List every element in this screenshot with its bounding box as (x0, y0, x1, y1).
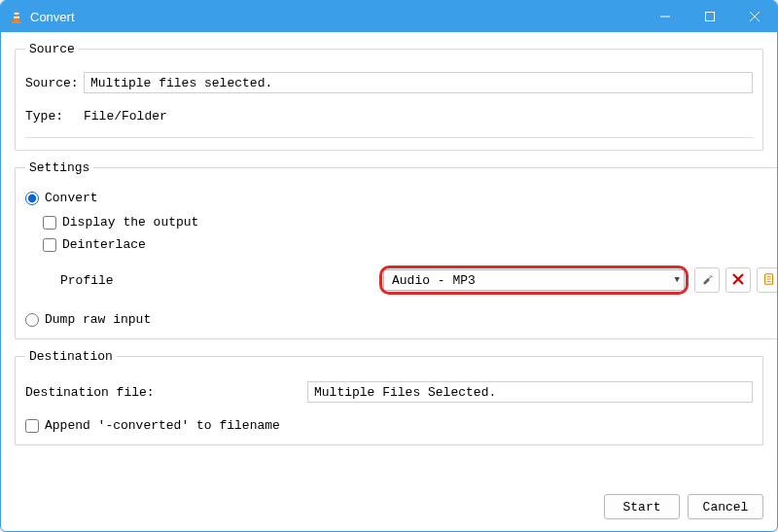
profile-dropdown-value: Audio - MP3 (392, 273, 675, 288)
minimize-button[interactable] (643, 1, 688, 32)
source-divider (25, 137, 753, 138)
source-legend: Source (25, 42, 79, 56)
profile-dropdown[interactable]: Audio - MP3 ▼ (383, 269, 685, 291)
destination-file-input[interactable] (307, 381, 753, 403)
type-value: File/Folder (84, 109, 167, 124)
new-profile-button[interactable] (757, 267, 778, 293)
convert-radio[interactable]: Convert (25, 191, 778, 205)
deinterlace-checkbox[interactable]: Deinterlace (43, 237, 778, 252)
delete-profile-button[interactable] (725, 267, 751, 293)
settings-legend: Settings (25, 160, 93, 175)
display-output-checkbox[interactable]: Display the output (43, 215, 778, 230)
svg-rect-2 (14, 17, 19, 18)
source-input[interactable] (84, 72, 753, 93)
convert-radio-input[interactable] (25, 192, 39, 205)
append-converted-checkbox[interactable]: Append '-converted' to filename (25, 418, 753, 433)
convert-window: Convert Source Source: Type: File/Folder… (0, 0, 778, 532)
edit-profile-button[interactable] (694, 267, 720, 293)
titlebar: Convert (1, 1, 777, 32)
settings-group: Settings Convert Display the output Dein… (15, 160, 778, 339)
dump-raw-radio[interactable]: Dump raw input (25, 312, 778, 327)
svg-rect-1 (15, 13, 19, 15)
maximize-button[interactable] (688, 1, 732, 32)
window-title: Convert (30, 10, 643, 24)
svg-rect-3 (12, 21, 21, 23)
display-output-label: Display the output (62, 215, 198, 230)
deinterlace-label: Deinterlace (62, 237, 146, 252)
x-delete-icon (732, 273, 744, 288)
display-output-checkbox-input[interactable] (43, 216, 56, 230)
start-button[interactable]: Start (604, 494, 680, 519)
document-new-icon (762, 272, 776, 289)
destination-file-label: Destination file: (25, 385, 307, 400)
svg-marker-0 (14, 10, 19, 21)
append-converted-label: Append '-converted' to filename (45, 418, 280, 433)
convert-radio-label: Convert (45, 191, 98, 205)
type-label: Type: (25, 109, 84, 124)
footer: Start Cancel (1, 486, 777, 531)
append-converted-checkbox-input[interactable] (25, 419, 39, 433)
deinterlace-checkbox-input[interactable] (43, 238, 56, 252)
destination-legend: Destination (25, 349, 117, 364)
dump-raw-label: Dump raw input (45, 312, 151, 327)
cancel-button[interactable]: Cancel (688, 494, 763, 519)
profile-dropdown-highlight: Audio - MP3 ▼ (379, 266, 689, 295)
destination-group: Destination Destination file: Append '-c… (15, 349, 763, 445)
dump-raw-radio-input[interactable] (25, 313, 39, 327)
svg-rect-5 (706, 13, 715, 21)
content-area: Source Source: Type: File/Folder Setting… (1, 32, 777, 486)
source-group: Source Source: Type: File/Folder (15, 42, 763, 151)
vlc-cone-icon (9, 9, 24, 24)
chevron-down-icon: ▼ (675, 275, 680, 285)
close-button[interactable] (732, 1, 777, 32)
source-label: Source: (25, 76, 84, 90)
profile-label: Profile (43, 273, 373, 288)
wrench-icon (700, 272, 714, 289)
